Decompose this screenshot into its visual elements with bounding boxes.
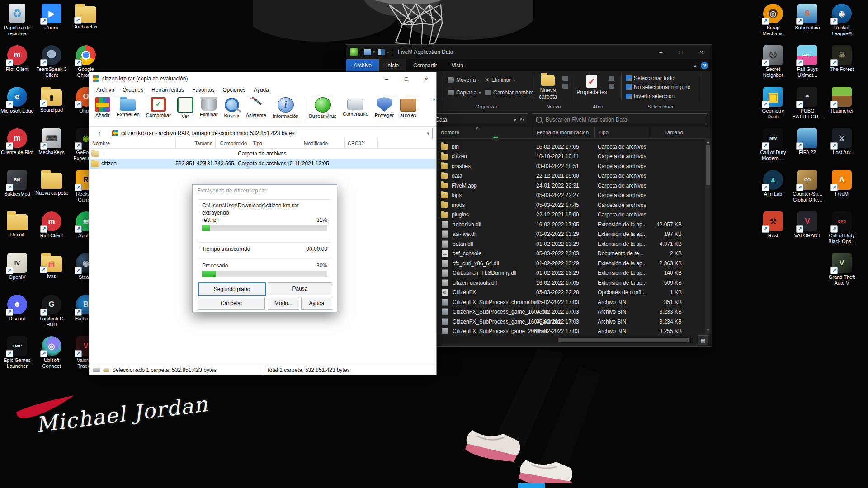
pause-button[interactable]: Pausa: [268, 282, 332, 295]
selection-button[interactable]: Invertir selección: [626, 93, 690, 99]
file-row[interactable]: CitizenFX_SubProcess_game_1604.bin 05-02…: [437, 307, 705, 317]
archive-row-citizen[interactable]: citizen 532.851.423 181.743.595 Carpeta …: [90, 159, 436, 169]
desktop-icon[interactable]: GO Counter-Str... Global Offe...: [790, 169, 825, 211]
winrar-titlebar[interactable]: citizen krp.rar (copia de evaluación) – …: [89, 72, 436, 85]
key-icon[interactable]: [103, 368, 109, 372]
file-row[interactable]: data 22-12-2021 15:00 Carpeta de archivo…: [437, 171, 705, 181]
rename-button[interactable]: Cambiar nombre: [485, 89, 533, 96]
file-row[interactable]: CitizenFX_SubProcess_chrome.bin 05-02-20…: [437, 297, 705, 307]
desktop-icon[interactable]: S Subnautica: [790, 3, 825, 44]
desktop-icon[interactable]: OPS Call of Duty Black Ops...: [825, 211, 859, 252]
desktop-icon[interactable]: ▣ Geometry Dash: [756, 86, 790, 127]
column-header-tamano[interactable]: Tamaño: [176, 138, 216, 148]
menu-item[interactable]: Órdenes: [119, 86, 147, 94]
scrollbar-thumb[interactable]: [706, 145, 710, 185]
vertical-scrollbar[interactable]: ▲ ▼: [705, 138, 711, 334]
tab-compartir[interactable]: Compartir: [406, 59, 444, 71]
file-row[interactable]: plugins 22-12-2021 15:00 Carpeta de arch…: [437, 210, 705, 220]
archive-row-up[interactable]: .. Carpeta de archivos: [90, 149, 436, 159]
column-header-tipo[interactable]: Tipo: [250, 138, 301, 148]
column-header-tipo[interactable]: Tipo: [595, 127, 650, 138]
toolbar-button[interactable]: Ver: [174, 96, 197, 120]
chevron-down-icon[interactable]: ▾: [427, 131, 429, 136]
desktop-icon[interactable]: Recoil: [0, 211, 34, 252]
column-header-comprimido[interactable]: Comprimido: [216, 138, 250, 148]
tab-inicio[interactable]: Inicio: [379, 59, 406, 71]
chevron-down-icon[interactable]: =: [387, 50, 389, 54]
menu-item[interactable]: Archivo: [93, 86, 118, 94]
minimize-button[interactable]: –: [377, 72, 396, 85]
desktop-icon[interactable]: EPIC Epic Games Launcher: [0, 335, 34, 377]
open-buttons[interactable]: [609, 76, 614, 89]
desktop-icon[interactable]: IV OpenIV: [0, 252, 34, 294]
file-row[interactable]: logs 05-03-2022 22:27 Carpeta de archivo…: [437, 191, 705, 201]
toolbar-button[interactable]: Añadir: [92, 96, 113, 119]
maximize-button[interactable]: □: [671, 45, 691, 59]
desktop-icon[interactable]: ⌨ MechaKeys: [34, 127, 69, 169]
thumbnails-view-button[interactable]: ▦: [698, 335, 708, 345]
desktop-icon[interactable]: ▤ ivas: [34, 252, 69, 294]
explorer-titlebar[interactable]: ▾ = FiveM Application Data – □ ×: [346, 45, 712, 59]
desktop-icon[interactable]: Nueva carpeta: [34, 169, 69, 211]
close-button[interactable]: ×: [416, 72, 436, 85]
desktop-icon[interactable]: ☠ The Forest: [825, 44, 859, 86]
help-button[interactable]: Ayuda: [301, 297, 332, 310]
desktop-icon[interactable]: BM BakkesMod: [0, 169, 34, 211]
desktop-icon[interactable]: TLauncher: [825, 86, 859, 127]
desktop-icon[interactable]: ◓ PUBG BATTLEGR...: [790, 86, 825, 127]
desktop-icon[interactable]: m Cliente de Riot: [0, 127, 34, 169]
file-row[interactable]: CitizenFX 05-03-2022 22:28 Opciones de c…: [437, 288, 705, 298]
desktop-icon[interactable]: ⚒ Rust: [756, 211, 790, 252]
toolbar-button[interactable]: Buscar virus: [306, 96, 340, 120]
toolbar-overflow-icon[interactable]: »: [432, 96, 435, 103]
copy-to-button[interactable]: Copiar a▾: [448, 89, 481, 96]
column-header-crc32[interactable]: CRC32: [345, 138, 378, 148]
disk-icon[interactable]: [93, 368, 100, 372]
desktop-icon[interactable]: ◎ Ubisoft Connect: [34, 335, 69, 377]
file-row[interactable]: adhesive.dll 16-02-2022 17:05 Extensión …: [437, 220, 705, 230]
desktop-icon[interactable]: G Logitech G HUB: [34, 294, 69, 335]
column-header-nombre[interactable]: Nombre: [90, 138, 176, 148]
file-row[interactable]: CitizenFX_SubProcess_game_2060.bin 05-02…: [437, 327, 705, 334]
details-view-button[interactable]: ≡: [686, 335, 696, 344]
toolbar-button[interactable]: Comprobar: [143, 96, 174, 119]
menu-item[interactable]: Opciones: [219, 86, 249, 94]
desktop-icon[interactable]: ArchiveFix: [69, 3, 103, 44]
desktop-icon[interactable]: ▲ Aim Lab: [756, 169, 790, 211]
background-button[interactable]: Segundo plano: [198, 282, 266, 296]
toolbar-button[interactable]: auto ex: [397, 96, 420, 119]
toolbar-button[interactable]: Comentario: [340, 96, 372, 117]
desktop-icon[interactable]: ◎ Scrap Mechanic: [756, 3, 790, 44]
toolbar-button[interactable]: Buscar: [221, 96, 243, 119]
file-row[interactable]: FiveM.app 24-01-2022 22:31 Carpeta de ar…: [437, 181, 705, 191]
file-row[interactable]: botan.dll 01-02-2022 13:29 Extensión de …: [437, 239, 705, 249]
scroll-up-icon[interactable]: ▲: [705, 140, 711, 144]
ribbon-collapse-icon[interactable]: ▴: [694, 63, 696, 68]
desktop-icon[interactable]: MW Call of Duty Modern ...: [756, 127, 790, 169]
tab-archivo[interactable]: Archivo: [346, 59, 379, 71]
archive-path-combo[interactable]: citizen krp.rar - archivo RAR, tamaño de…: [109, 128, 433, 139]
column-header-tamano[interactable]: Tamaño: [650, 127, 687, 138]
desktop-icon[interactable]: ▮ Soundpad: [34, 86, 69, 127]
search-input[interactable]: Buscar en FiveM Application Data: [532, 113, 707, 126]
menu-item[interactable]: Ayuda: [250, 86, 273, 94]
desktop-icon[interactable]: ◉ Rocket League®: [825, 3, 859, 44]
file-row[interactable]: cef_console 05-03-2022 23:03 Documento d…: [437, 249, 705, 259]
file-row[interactable]: CitiLaunch_TLSDummy.dll 01-02-2022 13:29…: [437, 268, 705, 278]
column-header-nombre[interactable]: Nombreᐱ: [437, 127, 533, 138]
file-row[interactable]: CitizenFX_SubProcess_game_1604_aslr.bin …: [437, 317, 705, 327]
toolbar-button[interactable]: Proteger: [372, 96, 397, 119]
mode-button[interactable]: Modo...: [268, 297, 299, 310]
close-button[interactable]: ×: [691, 45, 712, 59]
refresh-icon[interactable]: ↻: [520, 117, 524, 123]
desktop-icon[interactable]: m Riot Client: [34, 211, 69, 252]
desktop-icon[interactable]: V VALORANT: [790, 211, 825, 252]
column-header-modificado[interactable]: Modificado: [301, 138, 345, 148]
toolbar-button[interactable]: Asistente: [243, 96, 269, 119]
file-row[interactable]: asi-five.dll 01-02-2022 13:29 Extensión …: [437, 230, 705, 239]
delete-button[interactable]: ✕ Eliminar▾: [485, 77, 515, 83]
file-row[interactable]: crashes 03-03-2022 18:51 Carpeta de arch…: [437, 161, 705, 171]
toolbar-button[interactable]: Información: [269, 96, 302, 120]
desktop-icon[interactable]: e Microsoft Edge: [0, 86, 34, 127]
file-row[interactable]: cfx_curl_x86_64.dll 01-02-2022 13:29 Ext…: [437, 258, 705, 268]
